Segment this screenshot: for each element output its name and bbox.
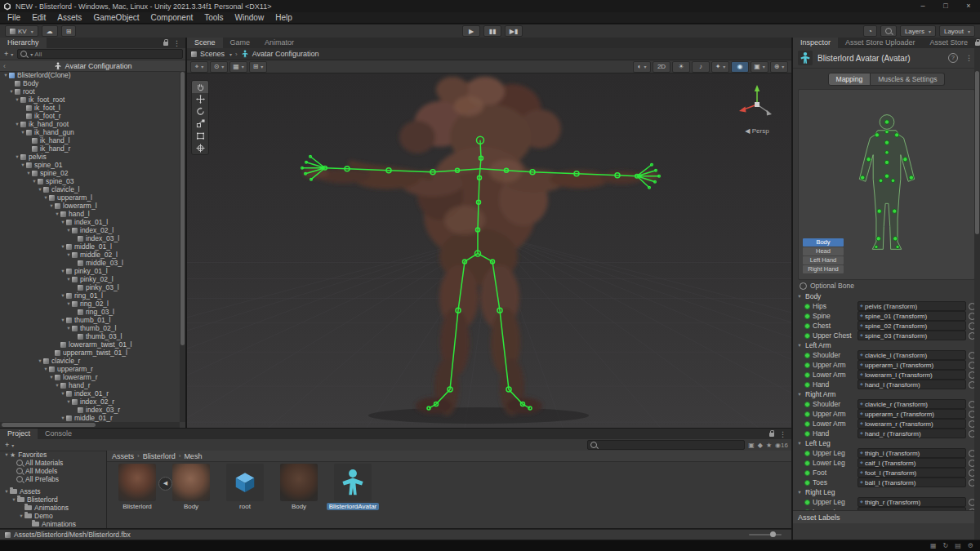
scene-viewport[interactable]: ◀ Persp — [187, 73, 791, 428]
hierarchy-search-input[interactable]: ▾ All — [17, 49, 183, 59]
thumbnail-size-slider[interactable] — [749, 534, 782, 535]
foldout-icon[interactable]: ▼ — [2, 73, 9, 78]
hierarchy-node[interactable]: ik_hand_l — [0, 136, 180, 144]
bone-object-field[interactable]: ⌖clavicle_l (Transform) — [858, 350, 966, 360]
hierarchy-node[interactable]: ▼pinky_01_l — [0, 267, 180, 275]
hierarchy-node[interactable]: lowerarm_twist_01_l — [0, 340, 180, 349]
undo-history-button[interactable]: ◔ — [863, 25, 877, 37]
transform-tool-button[interactable] — [192, 142, 208, 154]
layers-dropdown[interactable]: Layers▾ — [900, 25, 936, 37]
favorites-header[interactable]: ▼★Favorites — [0, 451, 106, 459]
bone-object-field[interactable]: ⌖clavicle_r (Transform) — [858, 399, 966, 409]
saved-search-icon[interactable]: ★ — [766, 442, 772, 449]
part-button-head[interactable]: Head — [803, 247, 844, 256]
hierarchy-node[interactable]: ▼index_01_r — [0, 389, 180, 398]
menu-window[interactable]: Window — [229, 12, 270, 24]
folder-item[interactable]: ▼Assets — [0, 487, 106, 495]
hierarchy-node[interactable]: ▼ring_01_l — [0, 291, 180, 300]
part-button-left-hand[interactable]: Left Hand — [803, 256, 844, 264]
lock-icon[interactable] — [975, 42, 980, 46]
hierarchy-node[interactable]: ring_03_l — [0, 308, 180, 316]
asset-labels-section[interactable]: Asset Labels — [793, 510, 980, 523]
hierarchy-node[interactable]: ▼spine_01 — [0, 161, 180, 169]
foldout-icon[interactable]: ▼ — [37, 187, 43, 192]
foldout-icon[interactable]: ▼ — [60, 220, 66, 224]
foldout-icon[interactable]: ▼ — [796, 294, 803, 299]
lock-icon[interactable] — [769, 433, 774, 437]
services-button[interactable]: ⊞ — [61, 25, 77, 37]
hierarchy-node[interactable]: ik_foot_r — [0, 112, 180, 120]
hierarchy-node[interactable]: middle_03_l — [0, 259, 180, 267]
hierarchy-node[interactable]: ▼lowerarm_r — [0, 373, 180, 381]
project-asset[interactable]: Body — [272, 464, 326, 510]
foldout-icon[interactable]: ▼ — [796, 441, 803, 446]
hierarchy-node[interactable]: ▼index_01_l — [0, 218, 180, 226]
part-button-right-hand[interactable]: Right Hand — [803, 265, 844, 273]
hierarchy-node[interactable]: Body — [0, 79, 180, 87]
menu-gameobject[interactable]: GameObject — [87, 12, 145, 24]
hierarchy-node[interactable]: ▼pinky_02_l — [0, 275, 180, 283]
create-asset-button[interactable]: +▾ — [3, 441, 16, 449]
hierarchy-node[interactable]: ▼Blisterlord(Clone) — [0, 71, 180, 79]
foldout-icon[interactable]: ▼ — [11, 497, 17, 502]
hierarchy-node[interactable]: ▼ring_02_l — [0, 300, 180, 308]
foldout-icon[interactable]: ▼ — [65, 301, 72, 306]
hierarchy-node[interactable]: index_03_l — [0, 234, 180, 242]
hierarchy-node[interactable]: ▼upperarm_l — [0, 193, 180, 202]
tab-console[interactable]: Console — [38, 429, 79, 439]
mode-tab-muscles-settings[interactable]: Muscles & Settings — [871, 73, 945, 86]
foldout-icon[interactable]: ▼ — [65, 399, 72, 404]
bone-object-field[interactable]: ⌖hand_r (Transform) — [858, 429, 966, 438]
hierarchy-node[interactable]: ▼spine_03 — [0, 177, 180, 185]
menu-file[interactable]: File — [2, 12, 26, 24]
hierarchy-node[interactable]: ▼middle_02_l — [0, 251, 180, 259]
layout-dropdown[interactable]: Layout▾ — [939, 25, 975, 37]
scene-audio-icon[interactable]: ♪ — [692, 61, 710, 73]
bone-group-header[interactable]: ▼Right Arm — [796, 389, 976, 399]
project-asset[interactable]: Blisterlord — [110, 464, 164, 510]
project-search-input[interactable] — [587, 440, 745, 450]
foldout-icon[interactable]: ▼ — [65, 326, 72, 331]
foldout-icon[interactable]: ▼ — [20, 162, 26, 167]
pivot-rotation-icon[interactable]: ⊙▾ — [210, 61, 228, 73]
folder-item[interactable]: ▼Blisterlord — [0, 495, 106, 504]
hierarchy-node[interactable]: ▼upperarm_r — [0, 365, 180, 373]
menu-help[interactable]: Help — [270, 12, 298, 24]
bone-object-field[interactable]: ⌖thigh_r (Transform) — [858, 497, 966, 507]
foldout-icon[interactable]: ▼ — [796, 490, 803, 495]
foldout-icon[interactable]: ▼ — [796, 343, 803, 348]
foldout-icon[interactable]: ▼ — [48, 375, 55, 380]
foldout-icon[interactable]: ▼ — [20, 130, 26, 135]
lock-icon[interactable] — [163, 42, 168, 46]
hierarchy-node[interactable]: ik_foot_l — [0, 104, 180, 112]
expand-subassets-button[interactable]: ◀ — [158, 477, 172, 491]
camera-settings-icon[interactable]: ▣▾ — [751, 61, 768, 73]
bone-object-field[interactable]: ⌖foot_l (Transform) — [858, 468, 966, 478]
foldout-icon[interactable]: ▼ — [796, 392, 803, 397]
breadcrumb-blisterlord[interactable]: Blisterlord — [143, 452, 176, 460]
foldout-icon[interactable]: ▼ — [18, 513, 24, 518]
cloud-button[interactable]: ☁ — [42, 25, 58, 37]
foldout-icon[interactable]: ▼ — [42, 367, 49, 371]
foldout-icon[interactable]: ▼ — [14, 122, 20, 127]
panel-menu-icon[interactable]: ⋮ — [171, 39, 183, 47]
foldout-icon[interactable]: ▼ — [54, 211, 60, 216]
foldout-icon[interactable]: ▼ — [60, 415, 66, 420]
close-button[interactable]: × — [957, 0, 980, 12]
mode-tab-mapping[interactable]: Mapping — [828, 73, 871, 86]
visibility-count[interactable]: ◉16 — [775, 442, 788, 449]
hierarchy-node[interactable]: ▼ik_hand_gun — [0, 128, 180, 136]
tab-inspector[interactable]: Inspector — [793, 38, 838, 48]
tab-animator[interactable]: Animator — [257, 38, 301, 48]
foldout-icon[interactable]: ▼ — [3, 452, 10, 457]
hierarchy-node[interactable]: ik_hand_r — [0, 144, 180, 153]
tab-asset-store-uploader[interactable]: Asset Store Uploader — [838, 38, 923, 48]
filter-by-type-icon[interactable]: ▣ — [748, 442, 755, 449]
bone-object-field[interactable]: ⌖spine_02 (Transform) — [858, 321, 966, 331]
bone-object-field[interactable]: ⌖pelvis (Transform) — [858, 301, 966, 311]
hierarchy-node[interactable]: ▼thumb_01_l — [0, 316, 180, 324]
hierarchy-node[interactable]: ▼clavicle_l — [0, 185, 180, 193]
version-control-dropdown[interactable]: KV▾ — [5, 25, 38, 37]
menu-tools[interactable]: Tools — [198, 12, 229, 24]
hierarchy-node[interactable]: ▼pelvis — [0, 153, 180, 161]
